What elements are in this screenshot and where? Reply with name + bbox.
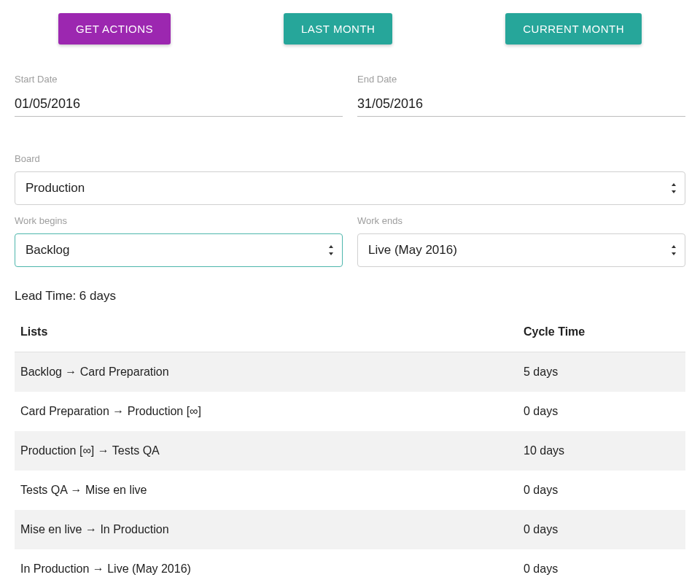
list-from: Mise en live (20, 523, 82, 535)
list-to: Tests QA (112, 444, 160, 457)
work-begins-value: Backlog (26, 243, 332, 258)
table-row: In Production → Live (May 2016)0 days (15, 549, 685, 588)
lists-cell: Backlog → Card Preparation (15, 352, 518, 392)
cycle-time-cell: 0 days (518, 510, 685, 549)
list-to: Card Preparation (80, 365, 169, 378)
cycle-time-cell: 0 days (518, 392, 685, 431)
lists-cell: In Production → Live (May 2016) (15, 549, 518, 588)
lead-time-label: Lead Time: (15, 289, 79, 303)
cycle-time-cell: 10 days (518, 431, 685, 471)
lists-cell: Tests QA → Mise en live (15, 471, 518, 510)
table-row: Mise en live → In Production0 days (15, 510, 685, 549)
list-to: Mise en live (85, 484, 147, 496)
list-from: Card Preparation (20, 405, 109, 417)
board-select[interactable]: Production (15, 171, 685, 205)
action-button-row: GET ACTIONS LAST MONTH CURRENT MONTH (15, 13, 685, 45)
table-header-lists: Lists (15, 317, 518, 352)
get-actions-button[interactable]: GET ACTIONS (58, 13, 171, 45)
arrow-icon: → (94, 444, 112, 457)
date-range-row: Start Date End Date (15, 74, 685, 117)
list-to: Production [∞] (128, 405, 201, 417)
lists-cell: Mise en live → In Production (15, 510, 518, 549)
current-month-button[interactable]: CURRENT MONTH (505, 13, 642, 45)
end-date-input[interactable] (357, 92, 685, 117)
work-begins-field: Work begins Backlog (15, 215, 343, 267)
cycle-time-table: Lists Cycle Time Backlog → Card Preparat… (15, 317, 685, 588)
arrow-icon: → (89, 562, 107, 575)
arrow-icon: → (82, 523, 100, 535)
list-from: Tests QA (20, 484, 67, 496)
lists-cell: Card Preparation → Production [∞] (15, 392, 518, 431)
start-date-field: Start Date (15, 74, 343, 117)
end-date-field: End Date (357, 74, 685, 117)
table-header-cycle-time: Cycle Time (518, 317, 685, 352)
arrow-icon: → (109, 405, 128, 417)
work-ends-value: Live (May 2016) (368, 243, 674, 258)
list-to: In Production (100, 523, 168, 535)
work-begins-select[interactable]: Backlog (15, 233, 343, 267)
table-row: Production [∞] → Tests QA10 days (15, 431, 685, 471)
cycle-time-cell: 0 days (518, 549, 685, 588)
work-ends-field: Work ends Live (May 2016) (357, 215, 685, 267)
lead-time: Lead Time: 6 days (15, 289, 685, 303)
start-date-label: Start Date (15, 74, 343, 85)
board-section: Board Production (15, 153, 685, 205)
work-begins-label: Work begins (15, 215, 343, 226)
board-select-value: Production (26, 181, 674, 196)
arrow-icon: → (67, 484, 85, 496)
last-month-button[interactable]: LAST MONTH (284, 13, 392, 45)
board-label: Board (15, 153, 685, 164)
cycle-time-cell: 0 days (518, 471, 685, 510)
work-ends-label: Work ends (357, 215, 685, 226)
table-row: Card Preparation → Production [∞]0 days (15, 392, 685, 431)
list-to: Live (May 2016) (107, 562, 191, 575)
list-from: In Production (20, 562, 89, 575)
work-range-row: Work begins Backlog Work ends Live (May … (15, 215, 685, 267)
work-ends-select[interactable]: Live (May 2016) (357, 233, 685, 267)
arrow-icon: → (62, 365, 80, 378)
table-row: Tests QA → Mise en live0 days (15, 471, 685, 510)
start-date-input[interactable] (15, 92, 343, 117)
lead-time-value: 6 days (79, 289, 116, 303)
list-from: Backlog (20, 365, 62, 378)
table-body: Backlog → Card Preparation5 daysCard Pre… (15, 352, 685, 589)
lists-cell: Production [∞] → Tests QA (15, 431, 518, 471)
table-row: Backlog → Card Preparation5 days (15, 352, 685, 392)
cycle-time-cell: 5 days (518, 352, 685, 392)
list-from: Production [∞] (20, 444, 94, 457)
end-date-label: End Date (357, 74, 685, 85)
